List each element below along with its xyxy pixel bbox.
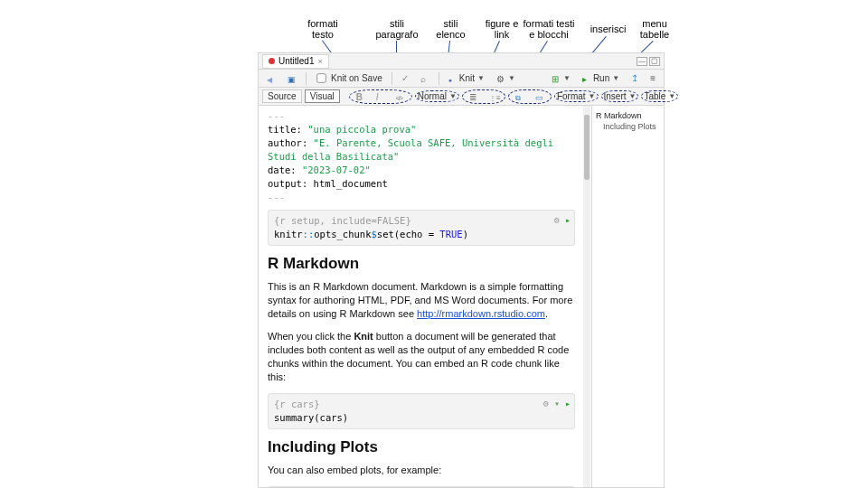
list-group (462, 89, 505, 104)
document-content[interactable]: --- title: "una piccola prova" author: "… (259, 106, 584, 487)
knit-label: Knit (459, 73, 475, 83)
chunk-run-icon[interactable]: ▸ (565, 397, 571, 410)
document-tab[interactable]: Untitled1 × (262, 54, 329, 69)
outline-item[interactable]: Including Plots (596, 122, 660, 131)
chunk-header: {r setup, include=FALSE} (274, 214, 569, 228)
run-label: Run (593, 73, 609, 83)
format-menu-label: Format (557, 91, 586, 101)
tab-row: Untitled1 × — ▢ (259, 53, 664, 70)
link-icon (515, 92, 524, 101)
annot-tables: menu tabelle (637, 18, 673, 40)
minimize-pane-icon[interactable]: — (637, 57, 647, 66)
annot-insert: inserisci (588, 23, 628, 34)
navigate-back-button[interactable] (262, 72, 280, 85)
format-menu[interactable]: Format▼ (554, 90, 599, 102)
vertical-scrollbar[interactable] (583, 106, 590, 487)
chunk-gear-icon[interactable]: ⚙ (554, 213, 560, 227)
primary-toolbar: Knit on Save ✓ Knit ▼ ▼ ▼ Run ▼ ↥ ≡ (259, 70, 664, 88)
body-para-1[interactable]: This is an R Markdown document. Markdown… (268, 280, 575, 321)
yaml-header[interactable]: --- title: "una piccola prova" author: "… (268, 109, 575, 204)
annot-list-styles: stili elenco (430, 18, 471, 40)
scrollbar-thumb[interactable] (584, 115, 590, 180)
save-button[interactable] (283, 72, 301, 85)
italic-button[interactable] (372, 90, 390, 103)
bullet-list-icon (469, 92, 478, 101)
maximize-pane-icon[interactable]: ▢ (649, 57, 660, 66)
tab-close-icon[interactable]: × (317, 57, 322, 66)
image-button[interactable] (531, 90, 549, 103)
para-style-select[interactable]: Normal ▼ (415, 90, 459, 102)
yaml-open-delim: --- (268, 109, 575, 123)
chunk-header: {r cars} (274, 398, 569, 411)
body-para-3[interactable]: You can also embed plots, for example: (268, 464, 575, 477)
link-button[interactable] (511, 90, 529, 103)
chunk-gear-icon[interactable]: ⚙ (543, 397, 549, 410)
outline-toggle-button[interactable]: ≡ (646, 71, 660, 85)
knit-on-save-label: Knit on Save (331, 73, 382, 83)
text-format-group (349, 89, 412, 104)
para-style-label: Normal (418, 91, 447, 101)
tab-title: Untitled1 (278, 56, 314, 66)
insert-menu-label: Insert (604, 91, 627, 101)
bullet-list-button[interactable] (465, 90, 483, 103)
knit-icon (448, 74, 458, 83)
pane-buttons: — ▢ (637, 57, 660, 66)
run-button[interactable]: Run ▼ (578, 71, 624, 85)
image-icon (535, 92, 544, 101)
mode-visual-button[interactable]: Visual (305, 89, 340, 103)
rmarkdown-icon (269, 58, 275, 64)
numbered-list-icon (489, 92, 498, 101)
link-image-group (508, 89, 552, 104)
code-chunk-pressure[interactable]: ⚙ ▾ ▸ {r pressure, echo=FALSE} plot(pres… (268, 486, 575, 487)
knit-on-save-toggle[interactable]: Knit on Save (311, 70, 387, 86)
mode-source-button[interactable]: Source (262, 89, 302, 103)
bold-icon (356, 92, 365, 101)
italic-icon (376, 92, 385, 101)
outline-item[interactable]: R Markdown (596, 111, 660, 120)
rmarkdown-link[interactable]: http://rmarkdown.rstudio.com (417, 308, 545, 319)
insert-menu[interactable]: Insert▼ (601, 90, 639, 102)
search-icon (420, 74, 429, 83)
back-icon (267, 74, 276, 83)
settings-button[interactable]: ▼ (492, 72, 520, 85)
heading-rmarkdown[interactable]: R Markdown (268, 255, 575, 273)
document-outline: R Markdown Including Plots (591, 106, 664, 487)
visual-toolbar: Source Visual Normal ▼ Format▼ Insert▼ T… (259, 88, 664, 106)
chunk-run-above-icon[interactable]: ▾ (554, 397, 560, 410)
add-chunk-button[interactable]: ▼ (547, 72, 575, 85)
table-menu-label: Table (644, 91, 665, 101)
bold-button[interactable] (352, 90, 370, 103)
code-button[interactable] (392, 90, 410, 103)
annot-text-blocks: formati testi e blocchi (517, 18, 580, 40)
code-chunk-cars[interactable]: ⚙ ▾ ▸ {r cars} summary(cars) (268, 393, 575, 429)
annot-text-formats: formati testo (300, 18, 345, 40)
yaml-close-delim: --- (268, 191, 575, 204)
numbered-list-button[interactable] (485, 90, 503, 103)
find-button[interactable] (416, 72, 434, 85)
table-menu[interactable]: Table▼ (641, 90, 678, 102)
code-icon (396, 92, 405, 101)
publish-button[interactable]: ↥ (627, 71, 643, 85)
chunk-run-icon[interactable]: ▸ (565, 213, 571, 227)
knit-button[interactable]: Knit ▼ (444, 71, 489, 85)
add-chunk-icon (552, 74, 561, 83)
annotation-layer: formati testo stili paragrafo stili elen… (0, 0, 868, 54)
code-chunk-setup[interactable]: ⚙ ▸ {r setup, include=FALSE} knitr::opts… (268, 210, 575, 246)
body-para-2[interactable]: When you click the Knit button a documen… (268, 330, 575, 384)
editor-window: Untitled1 × — ▢ Knit on Save ✓ Knit ▼ ▼ … (258, 52, 665, 488)
spellcheck-button[interactable]: ✓ (397, 71, 413, 85)
run-icon (582, 74, 591, 83)
disk-icon (288, 74, 297, 83)
heading-including-plots[interactable]: Including Plots (268, 438, 575, 456)
gear-icon (496, 74, 505, 83)
annot-para-styles: stili paragrafo (374, 18, 420, 40)
